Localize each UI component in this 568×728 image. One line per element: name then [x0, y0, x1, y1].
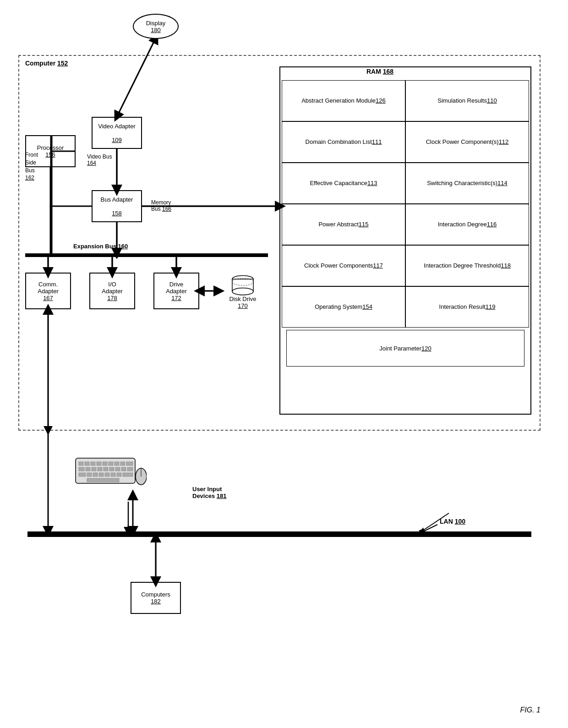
svg-rect-33 [85, 462, 89, 465]
ram-row-joint: Joint Parameter 120 [282, 330, 529, 367]
svg-rect-45 [104, 467, 108, 471]
ram-row-5: Clock Power Components 117 Interaction D… [282, 245, 529, 286]
svg-rect-54 [105, 473, 109, 476]
svg-rect-46 [109, 467, 114, 471]
svg-rect-34 [91, 462, 95, 465]
ram-row-2: Domain Combination List 111 Clock Power … [282, 121, 529, 163]
disk-drive-label: Disk Drive170 [229, 296, 256, 309]
svg-rect-57 [123, 473, 133, 476]
video-adapter-ref: 109 [112, 137, 122, 143]
ram-grid: Abstract Generation Module 126 Simulatio… [282, 80, 529, 369]
display-ref: 180 [151, 27, 161, 33]
computer-label: Computer 152 [25, 60, 68, 67]
svg-marker-62 [419, 529, 423, 534]
ram-row-6: Operating System 154 Interaction Result … [282, 286, 529, 328]
processor-label: Processor [37, 144, 64, 151]
keyboard-icon [73, 454, 147, 490]
video-adapter-box: Video Adapter 109 [92, 117, 142, 149]
display-label: Display [146, 20, 166, 27]
disk-drive-box: Disk Drive170 [220, 275, 266, 309]
user-input-area [73, 454, 147, 492]
memory-bus-label: MemoryBus 166 [151, 199, 171, 212]
ram-cell-joint-param: Joint Parameter 120 [286, 330, 524, 367]
bus-adapter-box: Bus Adapter 158 [92, 190, 142, 222]
svg-rect-36 [103, 462, 107, 465]
lan-arrow-icon [412, 509, 458, 536]
svg-rect-32 [79, 462, 83, 465]
svg-rect-42 [86, 467, 90, 471]
ram-row-1: Abstract Generation Module 126 Simulatio… [282, 80, 529, 121]
expansion-bus-line [25, 253, 268, 257]
ram-cell-clock-power-comp: Clock Power Component(s) 112 [405, 121, 529, 163]
processor-ref: 156 [45, 151, 55, 158]
display-box: Display 180 [133, 14, 179, 39]
ram-row-3: Effective Capacitance 113 Switching Char… [282, 163, 529, 204]
drive-adapter-label: DriveAdapter [166, 281, 187, 295]
svg-rect-48 [121, 467, 126, 471]
ram-cell-power-abstract: Power Abstract 115 [282, 204, 405, 245]
computers-ref: 182 [151, 598, 161, 605]
svg-rect-51 [87, 473, 92, 476]
ram-cell-interaction-degree: Interaction Degree 116 [405, 204, 529, 245]
comm-adapter-box: Comm.Adapter 167 [25, 273, 71, 309]
ram-cell-effective-cap: Effective Capacitance 113 [282, 163, 405, 204]
svg-rect-55 [111, 473, 115, 476]
user-input-label: User InputDevices 181 [192, 486, 226, 499]
svg-rect-52 [93, 473, 98, 476]
ram-cell-switching-char: Switching Characteristic(s) 114 [405, 163, 529, 204]
ram-cell-clock-power-comps: Clock Power Components 117 [282, 245, 405, 286]
bus-adapter-ref: 158 [112, 210, 122, 217]
bus-adapter-label: Bus Adapter [101, 196, 133, 203]
svg-rect-56 [117, 473, 121, 476]
disk-drive-icon [224, 275, 261, 298]
svg-rect-40 [126, 462, 133, 465]
drive-adapter-ref: 172 [171, 295, 181, 301]
comm-adapter-ref: 167 [43, 295, 53, 301]
comm-adapter-label: Comm.Adapter [38, 281, 59, 295]
drive-adapter-box: DriveAdapter 172 [153, 273, 199, 309]
svg-rect-47 [115, 467, 120, 471]
ram-cell-operating-sys: Operating System 154 [282, 286, 405, 328]
svg-rect-38 [115, 462, 119, 465]
fig-label: FIG. 1 [520, 706, 541, 714]
front-side-bus-label: FrontSideBus162 [25, 151, 38, 182]
svg-point-29 [232, 288, 253, 295]
svg-rect-58 [87, 478, 119, 482]
svg-rect-39 [120, 462, 125, 465]
io-adapter-box: I/OAdapter 178 [89, 273, 135, 309]
svg-rect-50 [79, 473, 86, 476]
computers-box: Computers 182 [131, 582, 181, 614]
expansion-bus-label: Expansion Bus 160 [73, 243, 128, 250]
ram-cell-abstract-gen: Abstract Generation Module 126 [282, 80, 405, 121]
ram-cell-sim-results: Simulation Results 110 [405, 80, 529, 121]
io-adapter-label: I/OAdapter [102, 281, 123, 295]
svg-rect-35 [97, 462, 101, 465]
video-bus-label: Video Bus164 [87, 153, 112, 166]
ram-row-4: Power Abstract 115 Interaction Degree 11… [282, 204, 529, 245]
io-adapter-ref: 178 [107, 295, 117, 301]
svg-rect-49 [127, 467, 133, 471]
svg-rect-44 [98, 467, 102, 471]
ram-cell-interaction-degree-thresh: Interaction Degree Threshold 118 [405, 245, 529, 286]
svg-rect-43 [92, 467, 96, 471]
svg-rect-53 [99, 473, 104, 476]
ram-cell-interaction-result: Interaction Result 119 [405, 286, 529, 328]
ram-cell-domain-combo: Domain Combination List 111 [282, 121, 405, 163]
computers-label: Computers [141, 591, 170, 598]
video-adapter-label: Video Adapter [98, 123, 135, 130]
svg-line-61 [421, 513, 449, 531]
ram-label: RAM 168 [366, 68, 393, 75]
svg-rect-41 [79, 467, 84, 471]
svg-rect-37 [109, 462, 113, 465]
